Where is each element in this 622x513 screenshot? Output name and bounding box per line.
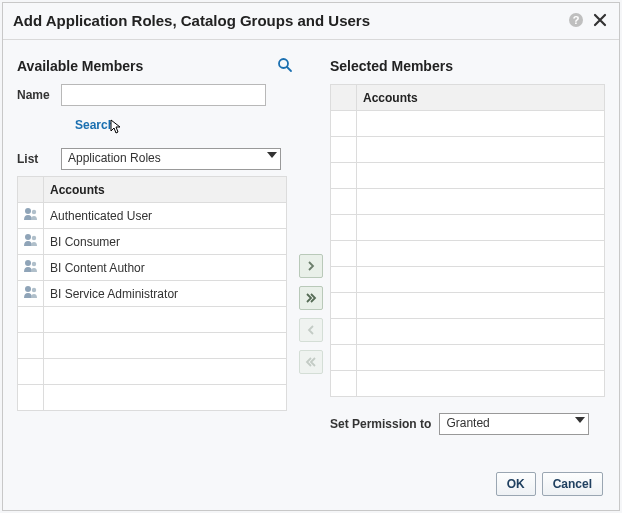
svg-point-7: [31, 236, 35, 240]
svg-point-9: [31, 262, 35, 266]
table-row-empty: [18, 333, 287, 359]
table-row-empty: [331, 267, 605, 293]
selected-members-heading: Selected Members: [330, 58, 605, 74]
table-header-accounts: Accounts: [357, 85, 605, 111]
list-label: List: [17, 152, 61, 166]
available-members-panel: Available Members Name Search List Appli…: [17, 54, 293, 435]
dialog-footer: OK Cancel: [496, 472, 603, 496]
move-right-button[interactable]: [299, 254, 323, 278]
permission-label: Set Permission to: [330, 417, 431, 431]
role-icon: [23, 285, 39, 299]
search-button[interactable]: Search: [71, 112, 119, 138]
dialog-title: Add Application Roles, Catalog Groups an…: [13, 12, 561, 29]
table-row-empty: [331, 111, 605, 137]
svg-point-4: [25, 208, 31, 214]
available-accounts-table: Accounts Authenticated User BI Consumer …: [17, 176, 287, 411]
svg-text:?: ?: [573, 14, 580, 26]
role-icon: [23, 259, 39, 273]
svg-point-5: [31, 210, 35, 214]
available-members-heading: Available Members: [17, 58, 277, 74]
move-left-button: [299, 318, 323, 342]
permission-select-value: Granted: [439, 413, 589, 435]
table-row[interactable]: BI Consumer: [18, 229, 287, 255]
table-row-empty: [331, 293, 605, 319]
table-row-empty: [331, 241, 605, 267]
help-icon[interactable]: ?: [567, 11, 585, 29]
table-row-empty: [18, 307, 287, 333]
table-row-empty: [18, 359, 287, 385]
table-header-icon: [18, 177, 44, 203]
table-row-empty: [331, 371, 605, 397]
titlebar: Add Application Roles, Catalog Groups an…: [3, 3, 619, 40]
role-icon: [23, 233, 39, 247]
dialog-body: Available Members Name Search List Appli…: [3, 40, 619, 443]
search-icon[interactable]: [277, 57, 293, 76]
table-cell: BI Consumer: [44, 229, 287, 255]
table-row[interactable]: BI Content Author: [18, 255, 287, 281]
table-row[interactable]: BI Service Administrator: [18, 281, 287, 307]
table-row-empty: [331, 345, 605, 371]
permission-select[interactable]: Granted: [439, 413, 589, 435]
list-row: List Application Roles: [17, 148, 293, 170]
list-select-value: Application Roles: [61, 148, 281, 170]
table-cell: BI Content Author: [44, 255, 287, 281]
table-row-empty: [331, 319, 605, 345]
selected-members-panel: Selected Members Accounts: [330, 54, 605, 435]
svg-point-11: [31, 288, 35, 292]
move-all-left-button: [299, 350, 323, 374]
cancel-button[interactable]: Cancel: [542, 472, 603, 496]
name-label: Name: [17, 88, 61, 102]
table-row-empty: [331, 215, 605, 241]
name-row: Name: [17, 84, 293, 106]
table-header-accounts: Accounts: [44, 177, 287, 203]
selected-accounts-table: Accounts: [330, 84, 605, 397]
table-cell: BI Service Administrator: [44, 281, 287, 307]
svg-point-8: [25, 260, 31, 266]
role-icon: [23, 207, 39, 221]
table-cell: Authenticated User: [44, 203, 287, 229]
list-select[interactable]: Application Roles: [61, 148, 281, 170]
svg-line-3: [287, 67, 291, 71]
table-row-empty: [331, 163, 605, 189]
table-row[interactable]: Authenticated User: [18, 203, 287, 229]
table-row-empty: [18, 385, 287, 411]
close-icon[interactable]: [591, 11, 609, 29]
permission-row: Set Permission to Granted: [330, 413, 605, 435]
search-row: Search: [17, 112, 293, 138]
svg-point-10: [25, 286, 31, 292]
dialog: Add Application Roles, Catalog Groups an…: [2, 2, 620, 511]
move-all-right-button[interactable]: [299, 286, 323, 310]
table-header-icon: [331, 85, 357, 111]
ok-button[interactable]: OK: [496, 472, 536, 496]
name-input[interactable]: [61, 84, 266, 106]
table-row-empty: [331, 189, 605, 215]
table-row-empty: [331, 137, 605, 163]
svg-point-6: [25, 234, 31, 240]
transfer-buttons: [293, 54, 330, 435]
